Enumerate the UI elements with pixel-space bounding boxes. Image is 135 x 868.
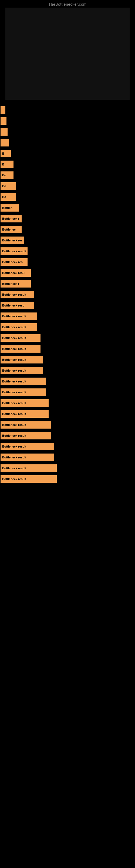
- bottleneck-label: Bottleneck result: [1, 323, 37, 331]
- list-item: B: [1, 149, 135, 158]
- bottleneck-label: Bottleneck resu: [1, 302, 34, 309]
- bottleneck-label: Bottleneck result: [1, 421, 51, 429]
- list-item: B: [1, 159, 135, 169]
- list-item: Bo: [1, 181, 135, 191]
- bottleneck-label: [1, 128, 8, 135]
- bottleneck-label: Bottleneck result: [1, 464, 57, 472]
- list-item: [1, 116, 135, 126]
- list-item: Bottleneck result: [1, 376, 135, 386]
- bottleneck-label: Bottleneck res: [1, 237, 24, 244]
- bottleneck-label: [1, 139, 9, 147]
- list-item: Bottleneck r: [1, 214, 135, 223]
- list-item: Bottleneck result: [1, 420, 135, 430]
- list-item: [1, 138, 135, 148]
- list-item: [1, 127, 135, 137]
- bottleneck-label: [1, 106, 5, 114]
- bottleneck-label: Bottlen: [1, 204, 19, 212]
- bottleneck-label: Bottleneck result: [1, 389, 46, 396]
- list-item: Bottlen: [1, 203, 135, 213]
- list-item: [1, 105, 135, 115]
- bottleneck-label: Bottleneck result: [1, 399, 49, 407]
- chart-area: [5, 8, 130, 100]
- bottleneck-label: Bo: [1, 193, 16, 201]
- list-item: Bottleneck r: [1, 279, 135, 289]
- list-item: Bottleneck result: [1, 388, 135, 397]
- list-item: Bottleneck result: [1, 431, 135, 440]
- bottleneck-label: Bottleneck result: [1, 432, 51, 439]
- bottleneck-label: Bo: [1, 182, 16, 190]
- bottleneck-label: Bo: [1, 172, 13, 179]
- bottleneck-label: Bottleneck result: [1, 367, 43, 374]
- list-item: Bottleneck result: [1, 290, 135, 300]
- bottleneck-label: Bottleneck result: [1, 443, 54, 450]
- bottleneck-label: Bottleneck result: [1, 378, 46, 385]
- bottleneck-label: Bottleneck result: [1, 356, 43, 364]
- list-item: Bottleneck res: [1, 257, 135, 267]
- list-item: Bottleneck result: [1, 355, 135, 365]
- bottleneck-label: B: [1, 150, 11, 157]
- list-item: Bottlenec: [1, 225, 135, 235]
- list-item: Bottleneck result: [1, 322, 135, 332]
- list-item: Bottleneck result: [1, 442, 135, 452]
- bottleneck-label: [1, 117, 6, 125]
- bottleneck-label: Bottleneck result: [1, 410, 49, 418]
- list-item: Bottleneck result: [1, 366, 135, 375]
- list-item: Bottleneck result: [1, 474, 135, 484]
- site-title: TheBottlenecker.com: [0, 0, 135, 8]
- list-item: Bottleneck result: [1, 344, 135, 354]
- list-item: Bo: [1, 192, 135, 202]
- bottleneck-label: B: [1, 161, 13, 168]
- list-item: Bottleneck resu: [1, 301, 135, 310]
- list-item: Bottleneck result: [1, 311, 135, 321]
- list-item: Bottleneck resul: [1, 268, 135, 278]
- list-item: Bottleneck result: [1, 463, 135, 473]
- bottleneck-label: Bottleneck result: [1, 291, 34, 299]
- bottleneck-label: Bottleneck result: [1, 247, 28, 255]
- bottleneck-label: Bottleneck result: [1, 454, 54, 461]
- bottleneck-label: Bottleneck res: [1, 258, 28, 266]
- bottleneck-label: Bottleneck result: [1, 312, 37, 320]
- bottleneck-label: Bottlenec: [1, 226, 21, 233]
- list-item: Bottleneck result: [1, 409, 135, 419]
- items-container: BBBoBoBoBottlenBottleneck rBottlenecBott…: [0, 102, 135, 488]
- list-item: Bottleneck result: [1, 398, 135, 408]
- list-item: Bottleneck result: [1, 453, 135, 462]
- list-item: Bottleneck result: [1, 333, 135, 343]
- list-item: Bottleneck res: [1, 236, 135, 245]
- list-item: Bottleneck result: [1, 246, 135, 256]
- bottleneck-label: Bottleneck r: [1, 215, 21, 222]
- bottleneck-label: Bottleneck result: [1, 475, 57, 483]
- list-item: Bo: [1, 170, 135, 180]
- bottleneck-label: Bottleneck r: [1, 280, 31, 287]
- bottleneck-label: Bottleneck result: [1, 334, 41, 342]
- bottleneck-label: Bottleneck result: [1, 345, 41, 352]
- bottleneck-label: Bottleneck resul: [1, 269, 31, 277]
